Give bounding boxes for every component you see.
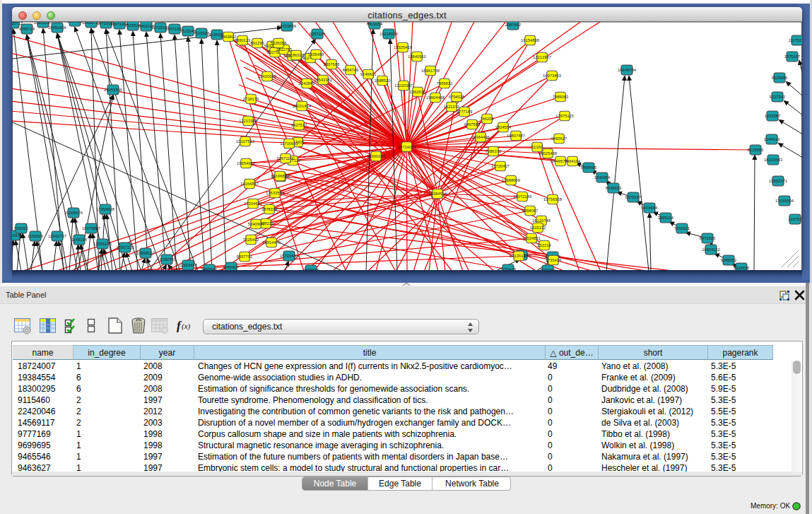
svg-text:10973493: 10973493 — [543, 74, 561, 78]
svg-text:6794028: 6794028 — [449, 95, 465, 99]
svg-text:19035712: 19035712 — [12, 22, 23, 25]
svg-text:19904448: 19904448 — [426, 95, 445, 100]
svg-text:14136141: 14136141 — [510, 254, 528, 258]
svg-text:10958107: 10958107 — [136, 251, 155, 255]
svg-text:5226058: 5226058 — [271, 41, 287, 45]
svg-text:10543382: 10543382 — [314, 78, 332, 82]
svg-text:15716485: 15716485 — [280, 254, 298, 258]
svg-text:1935468: 1935468 — [308, 52, 324, 57]
svg-text:1640954: 1640954 — [594, 175, 611, 180]
svg-text:7464104: 7464104 — [565, 159, 581, 163]
svg-text:7625402: 7625402 — [243, 238, 259, 242]
svg-text:16961758: 16961758 — [421, 69, 440, 73]
svg-text:2087662: 2087662 — [505, 23, 522, 27]
svg-text:7955812: 7955812 — [437, 81, 453, 86]
svg-text:9427512: 9427512 — [291, 123, 307, 127]
svg-text:20364436: 20364436 — [471, 135, 490, 139]
svg-text:535001: 535001 — [14, 226, 28, 230]
svg-text:13325419: 13325419 — [394, 45, 412, 49]
svg-text:15720407: 15720407 — [491, 164, 510, 168]
svg-text:13524851: 13524851 — [522, 236, 541, 240]
svg-text:7632621: 7632621 — [674, 226, 690, 230]
svg-text:16648784: 16648784 — [618, 68, 637, 72]
svg-text:746206: 746206 — [480, 117, 493, 121]
svg-text:15692371: 15692371 — [769, 179, 787, 183]
svg-text:12975115: 12975115 — [555, 114, 573, 118]
svg-text:19384554: 19384554 — [428, 192, 447, 196]
svg-text:3915971: 3915971 — [12, 233, 22, 238]
svg-text:1575107: 1575107 — [784, 54, 801, 59]
svg-text:9463627: 9463627 — [223, 265, 240, 269]
svg-text:9146821: 9146821 — [360, 72, 377, 76]
svg-text:3878334: 3878334 — [261, 207, 278, 211]
svg-text:28031414: 28031414 — [293, 104, 312, 108]
svg-text:62160: 62160 — [531, 145, 543, 149]
svg-text:17016504: 17016504 — [775, 199, 794, 203]
svg-text:5340994: 5340994 — [248, 222, 264, 226]
svg-text:9463627: 9463627 — [551, 136, 567, 141]
svg-text:1615132: 1615132 — [530, 226, 546, 230]
svg-text:20206576: 20206576 — [64, 211, 83, 215]
svg-text:1527602: 1527602 — [67, 22, 83, 23]
svg-text:22420046: 22420046 — [258, 74, 276, 78]
svg-text:7615526: 7615526 — [194, 31, 210, 35]
svg-text:11700665: 11700665 — [280, 141, 298, 146]
svg-text:7485063: 7485063 — [553, 95, 569, 99]
svg-text:3824554: 3824554 — [495, 125, 512, 129]
svg-text:18300295: 18300295 — [367, 154, 385, 158]
svg-text:9227342: 9227342 — [770, 95, 786, 99]
svg-text:2718176: 2718176 — [243, 97, 259, 101]
svg-text:16120746: 16120746 — [532, 218, 551, 223]
svg-text:13533594: 13533594 — [266, 191, 285, 195]
svg-text:9529996: 9529996 — [772, 76, 788, 80]
svg-text:12213967: 12213967 — [533, 55, 551, 59]
svg-text:13640910: 13640910 — [408, 54, 426, 59]
svg-text:252214: 252214 — [537, 243, 551, 247]
svg-text:10807487: 10807487 — [507, 134, 525, 138]
svg-text:9777169: 9777169 — [457, 110, 473, 114]
svg-text:10107553: 10107553 — [236, 139, 254, 144]
svg-text:10654112: 10654112 — [702, 247, 719, 252]
svg-text:16782759: 16782759 — [158, 257, 176, 262]
svg-text:16210643: 16210643 — [764, 158, 782, 162]
svg-text:9357224: 9357224 — [310, 32, 326, 36]
svg-text:12505135: 12505135 — [93, 242, 112, 246]
svg-text:2242845: 2242845 — [299, 81, 315, 86]
svg-text:17359928: 17359928 — [96, 207, 114, 211]
svg-text:6879197: 6879197 — [625, 195, 642, 199]
svg-text:8215955: 8215955 — [748, 148, 764, 152]
svg-text:18724007: 18724007 — [398, 145, 416, 149]
svg-text:116753: 116753 — [789, 217, 802, 221]
svg-text:1733426: 1733426 — [546, 258, 562, 262]
svg-text:1244419: 1244419 — [764, 137, 780, 141]
svg-text:12942737: 12942737 — [48, 234, 66, 238]
svg-text:10975887: 10975887 — [82, 226, 100, 230]
svg-text:1621072: 1621072 — [444, 105, 460, 109]
svg-text:11175331: 11175331 — [789, 38, 802, 42]
svg-text:17957225: 17957225 — [116, 245, 134, 250]
svg-text:2367608: 2367608 — [324, 62, 340, 66]
svg-text:10025438: 10025438 — [539, 151, 557, 156]
svg-text:9684067: 9684067 — [522, 209, 539, 213]
svg-text:8813054: 8813054 — [367, 22, 383, 26]
svg-text:8471626: 8471626 — [700, 236, 716, 240]
svg-text:19166827: 19166827 — [271, 174, 289, 178]
svg-text:19218506: 19218506 — [379, 32, 398, 36]
svg-text:1362615: 1362615 — [410, 90, 426, 94]
svg-text:(x): (x) — [182, 322, 191, 331]
svg-text:891295: 891295 — [250, 41, 264, 45]
svg-text:12923448: 12923448 — [179, 263, 197, 267]
svg-text:10756928: 10756928 — [543, 197, 562, 201]
svg-text:9474444: 9474444 — [642, 206, 658, 210]
svg-text:8660123: 8660123 — [235, 38, 251, 42]
svg-text:4055724: 4055724 — [19, 27, 35, 31]
svg-text:12213383: 12213383 — [239, 119, 257, 123]
svg-text:17004678: 17004678 — [244, 201, 262, 206]
svg-text:9657791: 9657791 — [237, 255, 253, 259]
svg-text:20691406: 20691406 — [48, 25, 66, 30]
svg-text:2935114: 2935114 — [658, 216, 674, 220]
svg-text:19654982: 19654982 — [237, 161, 255, 165]
svg-text:6497568: 6497568 — [464, 122, 481, 127]
svg-text:8898695: 8898695 — [581, 165, 597, 170]
svg-text:18072149: 18072149 — [513, 194, 531, 199]
